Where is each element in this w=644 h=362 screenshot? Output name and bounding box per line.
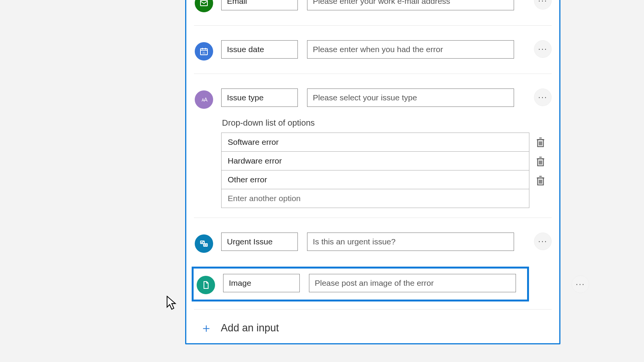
svg-text:A: A [204, 97, 208, 103]
input-name-image[interactable] [223, 274, 300, 292]
calendar-icon: 31 [195, 42, 213, 61]
input-row-urgent: ··· [186, 218, 559, 253]
input-row-image [196, 274, 525, 294]
svg-text:31: 31 [202, 51, 206, 54]
input-desc-urgent[interactable] [307, 233, 514, 251]
more-button-issue-type[interactable]: ··· [534, 88, 552, 106]
dropdown-option-0[interactable]: Software error [222, 133, 529, 152]
input-name-issue-date[interactable] [221, 40, 298, 59]
text-icon: A A [195, 90, 213, 109]
dropdown-option-2[interactable]: Other error [222, 170, 529, 189]
input-desc-image[interactable] [309, 274, 516, 292]
input-name-email[interactable] [221, 0, 298, 10]
more-button-email[interactable]: ··· [534, 0, 552, 10]
add-input-button[interactable]: ＋ Add an input [200, 322, 559, 334]
more-button-image[interactable]: ··· [572, 275, 589, 293]
plus-icon: ＋ [200, 322, 212, 334]
more-button-urgent[interactable]: ··· [534, 233, 552, 250]
input-row-issue-date: 31 ··· [186, 26, 559, 61]
delete-option-0-icon[interactable] [536, 136, 545, 148]
highlight-image-row [192, 267, 529, 301]
dropdown-option-new[interactable]: Enter another option [222, 189, 529, 208]
dropdown-options-block: Drop-down list of options Software error… [221, 109, 552, 218]
add-input-label: Add an input [221, 322, 279, 334]
input-desc-issue-date[interactable] [307, 40, 514, 59]
input-row-issue-type: A A ··· [186, 74, 559, 109]
dropdown-label: Drop-down list of options [221, 118, 552, 128]
file-icon [197, 276, 215, 294]
dropdown-option-1[interactable]: Hardware error [222, 152, 529, 170]
email-icon [195, 0, 213, 12]
input-name-urgent[interactable] [221, 233, 298, 251]
delete-option-2-icon[interactable] [536, 175, 545, 186]
delete-option-1-icon[interactable] [536, 156, 545, 167]
input-name-issue-type[interactable] [221, 88, 298, 107]
input-desc-email[interactable] [307, 0, 514, 10]
input-row-email: ··· [186, 0, 559, 12]
mouse-cursor-icon [166, 296, 177, 310]
more-button-issue-date[interactable]: ··· [534, 40, 552, 58]
yesno-icon [195, 234, 213, 253]
input-desc-issue-type[interactable] [307, 88, 514, 107]
trigger-card: ··· 31 [185, 0, 560, 344]
